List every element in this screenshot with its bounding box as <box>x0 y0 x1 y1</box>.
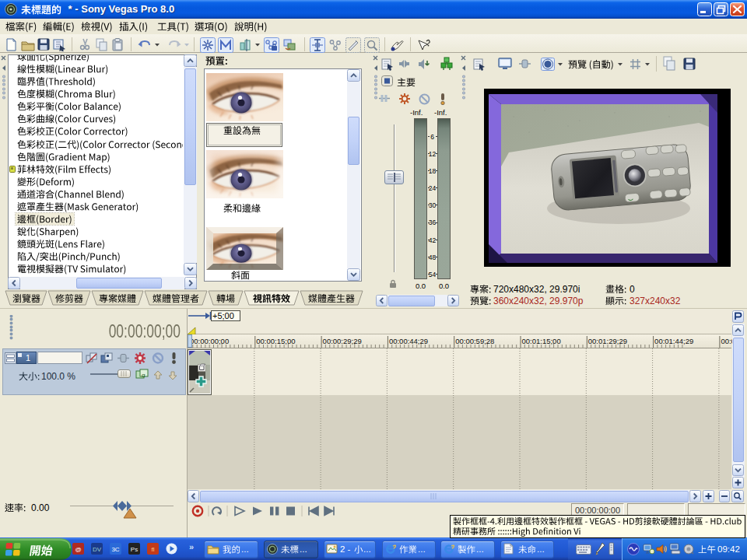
svg-text:DV: DV <box>93 546 102 553</box>
svg-text:α: α <box>142 372 146 379</box>
svg-text:Ps: Ps <box>131 546 138 553</box>
svg-text:3C: 3C <box>111 546 119 553</box>
svg-text:fl: fl <box>152 546 155 553</box>
svg-text:@: @ <box>75 546 81 553</box>
